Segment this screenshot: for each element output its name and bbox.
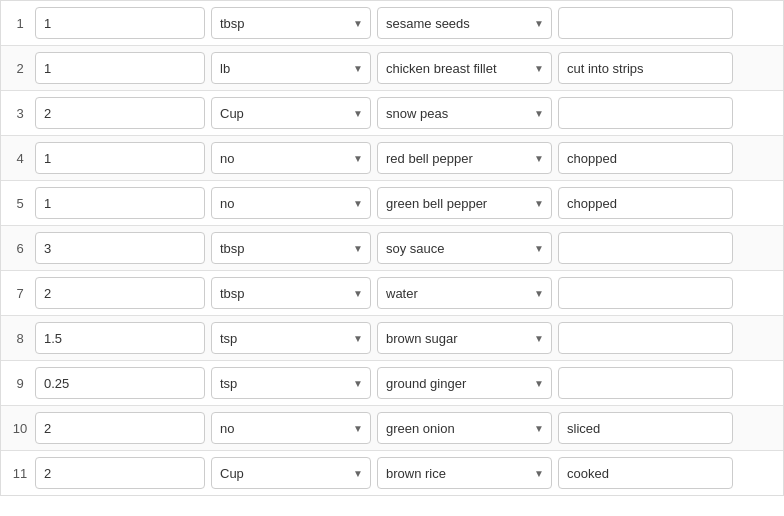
- note-input[interactable]: [558, 232, 733, 264]
- unit-select[interactable]: tbsptspCuplboznomlg: [211, 187, 371, 219]
- unit-select[interactable]: tbsptspCuplboznomlg: [211, 277, 371, 309]
- unit-select[interactable]: tbsptspCuplboznomlg: [211, 97, 371, 129]
- qty-input[interactable]: [35, 277, 205, 309]
- table-row: 3tbsptspCuplboznomlg▼sesame seedschicken…: [1, 91, 783, 136]
- qty-input[interactable]: [35, 52, 205, 84]
- qty-input[interactable]: [35, 322, 205, 354]
- qty-input[interactable]: [35, 142, 205, 174]
- row-index: 5: [5, 196, 35, 211]
- row-index: 6: [5, 241, 35, 256]
- table-row: 7tbsptspCuplboznomlg▼sesame seedschicken…: [1, 271, 783, 316]
- row-index: 1: [5, 16, 35, 31]
- unit-select[interactable]: tbsptspCuplboznomlg: [211, 322, 371, 354]
- table-row: 11tbsptspCuplboznomlg▼sesame seedschicke…: [1, 451, 783, 495]
- unit-select[interactable]: tbsptspCuplboznomlg: [211, 7, 371, 39]
- unit-select[interactable]: tbsptspCuplboznomlg: [211, 412, 371, 444]
- qty-input[interactable]: [35, 187, 205, 219]
- note-input[interactable]: [558, 367, 733, 399]
- note-input[interactable]: [558, 412, 733, 444]
- note-input[interactable]: [558, 187, 733, 219]
- table-row: 8tbsptspCuplboznomlg▼sesame seedschicken…: [1, 316, 783, 361]
- ingredient-select[interactable]: sesame seedschicken breast filletsnow pe…: [377, 367, 552, 399]
- row-index: 11: [5, 466, 35, 481]
- table-row: 1tbsptspCuplboznomlg▼sesame seedschicken…: [1, 1, 783, 46]
- unit-select[interactable]: tbsptspCuplboznomlg: [211, 52, 371, 84]
- table-row: 2tbsptspCuplboznomlg▼sesame seedschicken…: [1, 46, 783, 91]
- ingredient-select[interactable]: sesame seedschicken breast filletsnow pe…: [377, 97, 552, 129]
- note-input[interactable]: [558, 97, 733, 129]
- qty-input[interactable]: [35, 412, 205, 444]
- ingredient-select[interactable]: sesame seedschicken breast filletsnow pe…: [377, 142, 552, 174]
- ingredient-select[interactable]: sesame seedschicken breast filletsnow pe…: [377, 7, 552, 39]
- ingredient-select[interactable]: sesame seedschicken breast filletsnow pe…: [377, 457, 552, 489]
- qty-input[interactable]: [35, 7, 205, 39]
- note-input[interactable]: [558, 52, 733, 84]
- row-index: 4: [5, 151, 35, 166]
- table-row: 4tbsptspCuplboznomlg▼sesame seedschicken…: [1, 136, 783, 181]
- row-index: 3: [5, 106, 35, 121]
- note-input[interactable]: [558, 322, 733, 354]
- ingredient-select[interactable]: sesame seedschicken breast filletsnow pe…: [377, 232, 552, 264]
- ingredient-select[interactable]: sesame seedschicken breast filletsnow pe…: [377, 322, 552, 354]
- ingredient-select[interactable]: sesame seedschicken breast filletsnow pe…: [377, 52, 552, 84]
- unit-select[interactable]: tbsptspCuplboznomlg: [211, 232, 371, 264]
- unit-select[interactable]: tbsptspCuplboznomlg: [211, 457, 371, 489]
- qty-input[interactable]: [35, 232, 205, 264]
- qty-input[interactable]: [35, 97, 205, 129]
- ingredient-select[interactable]: sesame seedschicken breast filletsnow pe…: [377, 412, 552, 444]
- table-row: 6tbsptspCuplboznomlg▼sesame seedschicken…: [1, 226, 783, 271]
- note-input[interactable]: [558, 457, 733, 489]
- ingredient-select[interactable]: sesame seedschicken breast filletsnow pe…: [377, 187, 552, 219]
- table-row: 10tbsptspCuplboznomlg▼sesame seedschicke…: [1, 406, 783, 451]
- unit-select[interactable]: tbsptspCuplboznomlg: [211, 367, 371, 399]
- row-index: 9: [5, 376, 35, 391]
- note-input[interactable]: [558, 7, 733, 39]
- row-index: 2: [5, 61, 35, 76]
- qty-input[interactable]: [35, 367, 205, 399]
- table-row: 5tbsptspCuplboznomlg▼sesame seedschicken…: [1, 181, 783, 226]
- note-input[interactable]: [558, 142, 733, 174]
- table-row: 9tbsptspCuplboznomlg▼sesame seedschicken…: [1, 361, 783, 406]
- row-index: 8: [5, 331, 35, 346]
- row-index: 10: [5, 421, 35, 436]
- unit-select[interactable]: tbsptspCuplboznomlg: [211, 142, 371, 174]
- qty-input[interactable]: [35, 457, 205, 489]
- note-input[interactable]: [558, 277, 733, 309]
- ingredients-table: 1tbsptspCuplboznomlg▼sesame seedschicken…: [0, 0, 784, 496]
- ingredient-select[interactable]: sesame seedschicken breast filletsnow pe…: [377, 277, 552, 309]
- row-index: 7: [5, 286, 35, 301]
